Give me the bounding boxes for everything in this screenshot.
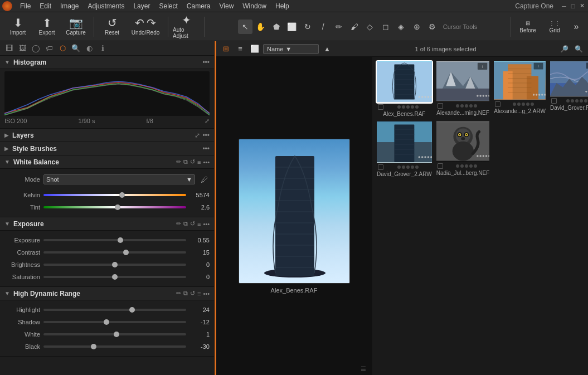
hdr-more-icon[interactable]: ••• xyxy=(203,290,210,297)
thumb-img-container[interactable] xyxy=(377,121,432,163)
measure-tool[interactable]: / xyxy=(316,20,331,34)
wb-mode-select[interactable]: Shot ▼ xyxy=(43,174,195,184)
grid-button[interactable]: ⋮⋮ Grid xyxy=(542,16,567,38)
highlight-slider[interactable] xyxy=(43,309,186,311)
sort-dropdown[interactable]: Name ▼ xyxy=(263,44,319,54)
hdr-menu-icon[interactable]: ≡ xyxy=(197,290,201,297)
polygon-tool[interactable]: ⬟ xyxy=(269,20,284,34)
menu-image[interactable]: Image xyxy=(56,1,83,11)
wb-section-header[interactable]: ▼ White Balance ✏ ⧉ ↺ ≡ ••• xyxy=(0,155,214,169)
white-slider[interactable] xyxy=(43,333,186,335)
thumb-img-container[interactable]: i xyxy=(550,61,588,96)
list-item[interactable]: David_Grover_2.ARW xyxy=(377,121,432,177)
menu-adjustments[interactable]: Adjustments xyxy=(83,1,129,11)
contrast-thumb[interactable] xyxy=(123,250,129,255)
layers-expand-icon[interactable]: ⤢ xyxy=(195,132,200,139)
wb-tint-thumb[interactable] xyxy=(115,204,120,210)
wb-kelvin-thumb[interactable] xyxy=(119,192,125,198)
list-item[interactable]: i xyxy=(436,61,490,117)
thumb-img-container[interactable]: i xyxy=(436,61,490,101)
color-tool[interactable]: ◇ xyxy=(363,20,377,34)
mask-icon[interactable]: ◐ xyxy=(84,43,95,54)
thumb-img-container[interactable] xyxy=(436,121,490,162)
wb-tint-slider[interactable] xyxy=(43,206,186,208)
wb-reset-icon[interactable]: ↺ xyxy=(190,158,195,165)
brightness-thumb[interactable] xyxy=(112,262,118,267)
keyword-search-button[interactable]: 🔎 xyxy=(558,43,570,55)
list-item[interactable]: i xyxy=(550,61,588,117)
shadow-thumb[interactable] xyxy=(104,319,109,325)
grid-view-button[interactable]: ⊞ xyxy=(220,43,232,55)
thumb-img-container[interactable]: i xyxy=(494,61,546,100)
brightness-slider[interactable] xyxy=(43,264,186,266)
thumb-checkbox[interactable] xyxy=(551,98,557,104)
highlight-thumb[interactable] xyxy=(129,307,135,313)
list-item[interactable]: Nadia_Jul...berg.NEF xyxy=(436,121,490,177)
white-thumb[interactable] xyxy=(114,332,119,337)
more-tools[interactable]: ⚙ xyxy=(425,20,440,34)
maximize-button[interactable]: □ xyxy=(569,2,577,10)
histogram-more-icon[interactable]: ••• xyxy=(202,59,210,66)
search-icon[interactable]: 🔍 xyxy=(70,43,81,54)
crop-tool[interactable]: ⬜ xyxy=(285,20,299,34)
reset-button[interactable]: ↺ Reset xyxy=(99,14,125,39)
thumb-checkbox[interactable] xyxy=(438,163,443,169)
list-view-button[interactable]: ≡ xyxy=(234,43,246,55)
black-thumb[interactable] xyxy=(91,344,96,349)
exposure-menu-icon[interactable]: ≡ xyxy=(197,221,201,227)
exposure-slider[interactable] xyxy=(43,239,186,241)
hdr-copy-icon[interactable]: ⧉ xyxy=(183,290,188,297)
menu-select[interactable]: Select xyxy=(154,1,182,11)
wb-copy-icon[interactable]: ⧉ xyxy=(183,158,188,165)
menu-help[interactable]: Help xyxy=(271,1,294,11)
list-item[interactable]: i xyxy=(494,61,546,117)
menu-camera[interactable]: Camera xyxy=(182,1,215,11)
exposure-edit-icon[interactable]: ✏ xyxy=(176,220,181,227)
tag-icon[interactable]: 🏷 xyxy=(43,43,55,54)
hdr-edit-icon[interactable]: ✏ xyxy=(176,290,181,297)
thumb-checkbox[interactable] xyxy=(378,164,383,170)
thumb-checkbox[interactable] xyxy=(378,104,383,110)
rotate-tool[interactable]: ↻ xyxy=(300,20,315,34)
layers-more-icon[interactable]: ••• xyxy=(202,132,210,139)
paint-tool[interactable]: 🖌 xyxy=(347,20,362,34)
menu-window[interactable]: Window xyxy=(238,1,271,11)
saturation-slider[interactable] xyxy=(43,276,186,278)
capture-button[interactable]: 📷 Capture xyxy=(62,14,89,39)
sort-direction-button[interactable]: ▲ xyxy=(321,43,333,55)
exposure-thumb[interactable] xyxy=(118,237,123,243)
list-item[interactable]: Alex_Benes.RAF xyxy=(377,61,432,117)
heal-tool[interactable]: ⊕ xyxy=(410,20,424,34)
undo-redo-button[interactable]: ↶ ↷ Undo/Redo xyxy=(128,14,163,39)
export-button[interactable]: ⬆ Export xyxy=(33,14,60,39)
thumb-checkbox[interactable] xyxy=(495,101,500,107)
exposure-copy-icon[interactable]: ⧉ xyxy=(183,220,188,227)
contrast-slider[interactable] xyxy=(43,251,186,254)
color-wheel-icon[interactable]: ⬡ xyxy=(57,43,68,54)
thumb-checkbox[interactable] xyxy=(438,103,443,109)
histogram-section-header[interactable]: ▼ Histogram ••• xyxy=(0,56,214,69)
roll-icon[interactable]: 🎞 xyxy=(3,43,14,54)
layers-section-header[interactable]: ▶ Layers ⤢ ••• xyxy=(0,129,214,142)
wb-menu-icon[interactable]: ≡ xyxy=(197,159,201,165)
hand-tool[interactable]: ✋ xyxy=(254,20,268,34)
hdr-reset-icon[interactable]: ↺ xyxy=(190,290,195,297)
select-tool[interactable]: ↖ xyxy=(238,20,252,34)
style-brushes-section-header[interactable]: ▶ Style Brushes ••• xyxy=(0,142,214,155)
histogram-format-icon[interactable]: ⤢ xyxy=(205,118,210,125)
style-brushes-more-icon[interactable]: ••• xyxy=(202,145,210,153)
clone-tool[interactable]: ◈ xyxy=(394,20,409,34)
menu-view[interactable]: View xyxy=(215,1,239,11)
wb-edit-icon[interactable]: ✏ xyxy=(176,158,181,165)
filter-button[interactable]: 🔍 xyxy=(572,43,585,55)
auto-adjust-button[interactable]: ✦ Auto Adjust xyxy=(173,14,200,39)
brush-tool[interactable]: ✏ xyxy=(332,20,346,34)
exposure-more-icon[interactable]: ••• xyxy=(203,221,210,227)
menu-file[interactable]: File xyxy=(16,1,35,11)
exposure-reset-icon[interactable]: ↺ xyxy=(190,220,195,227)
before-button[interactable]: ⊞ Before xyxy=(516,16,540,38)
menu-layer[interactable]: Layer xyxy=(129,1,154,11)
import-button[interactable]: ⬇ Import xyxy=(4,14,31,39)
eraser-tool[interactable]: ◻ xyxy=(378,20,393,34)
saturation-thumb[interactable] xyxy=(112,274,118,280)
